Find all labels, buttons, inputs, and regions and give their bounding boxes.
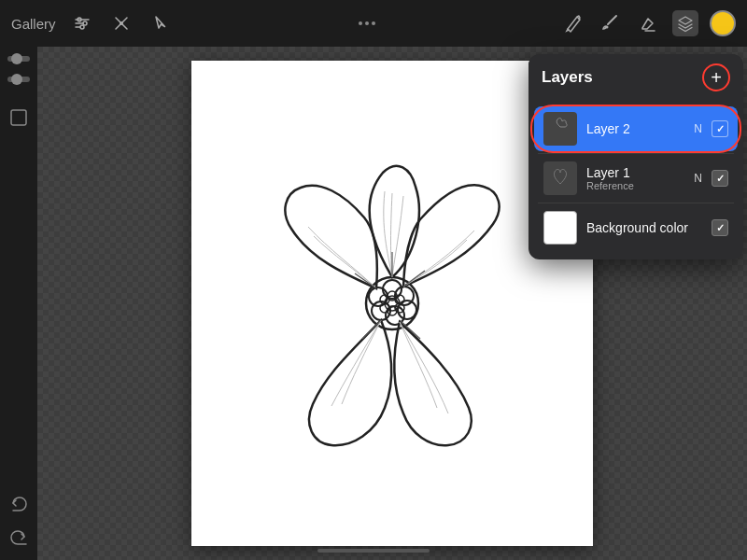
toolbar-left: Gallery [11,10,174,36]
eraser-icon[interactable] [635,10,661,36]
bottom-indicator [317,549,430,553]
layer-divider-2 [538,203,734,203]
layers-title: Layers [542,68,593,87]
adjust-icon[interactable] [69,10,95,36]
gallery-button[interactable]: Gallery [11,16,56,32]
toolbar-center [359,21,375,25]
flower-drawing [224,117,560,490]
background-name: Background color [586,220,702,235]
layer2-info: Layer 2 [586,121,684,136]
redo-button[interactable] [6,525,32,551]
layers-header: Layers + [529,54,743,101]
layer-item-layer2[interactable]: Layer 2 N [534,106,738,151]
add-layer-button[interactable]: + [702,63,730,91]
selection-icon[interactable] [148,10,174,36]
toolbar-right [560,10,736,36]
svg-point-3 [120,21,123,25]
layer1-name: Layer 1 [586,165,684,180]
left-sidebar [0,47,37,560]
undo-button[interactable] [6,491,32,517]
layer2-thumbnail [543,112,577,146]
layer-item-layer1[interactable]: Layer 1 Reference N [534,156,738,201]
layer2-visibility[interactable] [712,120,728,137]
svg-point-0 [83,21,87,25]
layer1-thumbnail [543,161,577,195]
background-visibility[interactable] [712,219,728,236]
svg-rect-5 [11,110,26,125]
pen-icon[interactable] [560,10,586,36]
layer-divider-1 [538,153,734,154]
svg-point-4 [605,26,608,29]
square-tool[interactable] [6,105,32,131]
color-swatch[interactable] [710,10,736,36]
layer-item-background[interactable]: Background color [534,205,738,250]
background-thumbnail [543,211,577,245]
brush-icon[interactable] [598,10,624,36]
layer2-name: Layer 2 [586,121,684,136]
more-options-button[interactable] [359,21,375,25]
brush-size-slider[interactable] [7,56,30,62]
layer1-visibility[interactable] [712,170,728,187]
transform-icon[interactable] [108,10,134,36]
layer1-info: Layer 1 Reference [586,165,684,191]
layer2-mode: N [694,122,702,135]
layer1-mode: N [694,172,702,185]
layer1-sub: Reference [586,180,684,191]
top-toolbar: Gallery [0,0,747,47]
background-info: Background color [586,220,702,235]
opacity-slider[interactable] [7,77,30,82]
layers-list: Layer 2 N Layer 1 Reference N [529,101,743,259]
layers-panel: Layers + Layer 2 N L [529,54,743,259]
layers-panel-button[interactable] [672,10,698,36]
svg-point-1 [80,25,84,29]
